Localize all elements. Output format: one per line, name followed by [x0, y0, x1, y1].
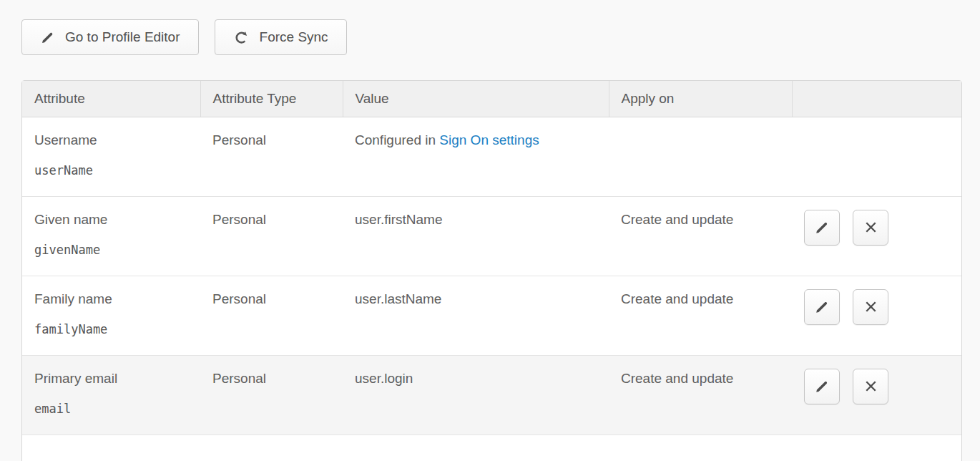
- attribute-label: Primary email: [34, 371, 188, 387]
- edit-attribute-button[interactable]: [804, 369, 840, 404]
- attribute-variable-name: familyName: [34, 322, 188, 336]
- attribute-cell: Given name givenName: [22, 196, 200, 276]
- table-header-row: Attribute Attribute Type Value Apply on: [22, 81, 961, 117]
- toolbar: Go to Profile Editor Force Sync: [21, 19, 980, 55]
- column-header-actions: [792, 81, 961, 117]
- table-row-partial: [22, 435, 961, 461]
- actions-cell: [792, 117, 961, 196]
- column-header-value: Value: [343, 81, 609, 117]
- table-row: Primary email email Personal user.login …: [22, 355, 961, 435]
- go-to-profile-editor-button[interactable]: Go to Profile Editor: [21, 19, 199, 55]
- remove-attribute-button[interactable]: [853, 369, 888, 404]
- pencil-icon: [814, 379, 830, 394]
- table-row: Given name givenName Personal user.first…: [22, 196, 961, 276]
- pencil-icon: [40, 30, 55, 45]
- force-sync-button[interactable]: Force Sync: [215, 19, 347, 55]
- actions-cell: [792, 355, 961, 435]
- sign-on-settings-link[interactable]: Sign On settings: [439, 132, 539, 147]
- value-cell: user.login: [343, 355, 609, 435]
- actions-cell: [792, 276, 961, 355]
- attribute-variable-name: givenName: [34, 243, 188, 257]
- attribute-variable-name: userName: [34, 163, 188, 178]
- remove-attribute-button[interactable]: [853, 210, 888, 246]
- value-cell: user.lastName: [343, 276, 609, 355]
- attribute-mappings-table: Attribute Attribute Type Value Apply on …: [21, 80, 962, 461]
- value-cell: Configured in Sign On settings: [343, 117, 609, 196]
- attribute-cell: Username userName: [22, 117, 200, 196]
- column-header-attribute-type: Attribute Type: [200, 81, 343, 117]
- column-header-attribute: Attribute: [22, 81, 200, 117]
- close-icon: [863, 219, 879, 236]
- attribute-label: Family name: [34, 291, 188, 307]
- value-cell: user.firstName: [343, 196, 609, 276]
- edit-attribute-button[interactable]: [804, 289, 840, 325]
- attribute-variable-name: email: [34, 402, 188, 416]
- table-row: Family name familyName Personal user.las…: [22, 276, 961, 355]
- apply-on-cell: [609, 117, 792, 196]
- apply-on-cell: Create and update: [609, 276, 792, 355]
- attribute-type-cell: Personal: [200, 355, 343, 435]
- value-text: Configured in: [355, 132, 439, 147]
- attribute-cell: Family name familyName: [22, 276, 200, 355]
- attribute-type-cell: Personal: [200, 196, 343, 276]
- remove-attribute-button[interactable]: [853, 289, 888, 325]
- attribute-cell: Primary email email: [22, 355, 200, 435]
- attribute-label: Given name: [34, 212, 188, 228]
- pencil-icon: [814, 220, 830, 236]
- attribute-type-cell: Personal: [200, 276, 343, 355]
- go-to-profile-editor-label: Go to Profile Editor: [65, 29, 180, 45]
- actions-cell: [792, 196, 961, 276]
- empty-row-area: [22, 435, 961, 461]
- attribute-label: Username: [34, 132, 188, 148]
- apply-on-cell: Create and update: [609, 196, 792, 276]
- edit-attribute-button[interactable]: [804, 210, 840, 246]
- apply-on-cell: Create and update: [609, 355, 792, 435]
- table-row: Username userName Personal Configured in…: [22, 117, 961, 196]
- column-header-apply-on: Apply on: [609, 81, 792, 117]
- refresh-icon: [233, 29, 250, 46]
- force-sync-label: Force Sync: [260, 29, 328, 45]
- close-icon: [863, 378, 879, 394]
- attribute-type-cell: Personal: [200, 117, 343, 196]
- close-icon: [863, 299, 879, 315]
- pencil-icon: [814, 299, 830, 315]
